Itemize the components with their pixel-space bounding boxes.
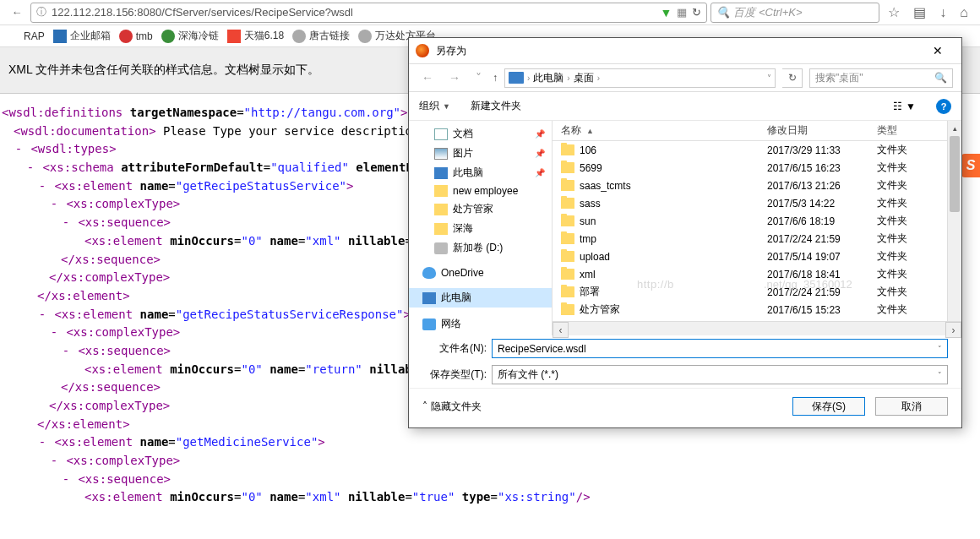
search-input[interactable]: 🔍 百度 <Ctrl+K> [710,3,879,23]
folder-icon [561,215,574,226]
hide-folders-toggle[interactable]: ˄ 隐藏文件夹 [422,400,482,414]
reload-icon[interactable]: ↻ [692,6,701,19]
tree-toggle[interactable]: - [61,214,71,232]
search-icon: 🔍 [934,72,947,84]
nav-forward-icon[interactable]: → [444,71,465,84]
navigation-pane: 文档📌图片📌此电脑📌new employee处方管家深海新加卷 (D:)OneD… [409,121,553,335]
file-row[interactable]: tmp2017/2/24 21:59文件夹 [553,230,961,248]
bookmark-item[interactable]: RAP [7,30,45,43]
nav-up-icon[interactable]: ↑ [493,72,498,84]
chevron-up-icon: ˄ [422,400,427,412]
organize-button[interactable]: 组织▼ [419,99,450,113]
tree-toggle[interactable]: - [49,324,59,342]
folder-search-input[interactable]: 搜索"桌面" 🔍 [809,68,953,88]
bookmark-item[interactable]: tmb [119,30,153,43]
firefox-icon [416,44,429,57]
xml-line: <xs:element minOccurs="0" name="xml" nil… [2,488,978,507]
file-row[interactable]: xml2017/6/18 18:41文件夹 [553,265,961,283]
nav-item[interactable]: 此电脑 [409,288,552,308]
search-icon: 🔍 [716,6,730,19]
nav-item[interactable]: 图片📌 [409,144,552,163]
nav-item[interactable]: 文档📌 [409,124,552,144]
filename-row: 文件名(N): RecipeService.wsdl ˅ [409,335,961,362]
pc-icon [509,72,524,84]
file-row[interactable]: sass2017/5/3 14:22文件夹 [553,194,961,212]
folder-icon [561,198,574,209]
dialog-navigation-bar: ← → ˅ ↑ › 此电脑 › 桌面 › ˅ ↻ 搜索"桌面" 🔍 [409,63,961,92]
download-icon[interactable]: ↓ [934,5,951,20]
sogou-badge[interactable]: S [961,154,980,177]
file-row[interactable]: sun2017/6/6 18:19文件夹 [553,212,961,230]
bookmark-item[interactable]: 唐古链接 [292,29,350,43]
url-text: 122.112.218.156:8080/CfServer/services/R… [52,6,655,19]
chevron-down-icon[interactable]: ˅ [938,345,942,353]
bookmark-star-icon[interactable]: ☆ [883,4,905,20]
nav-item[interactable]: 深海 [409,219,552,238]
bookmark-item[interactable]: 企业邮箱 [53,29,111,43]
dropdown-icon[interactable]: ˅ [471,71,486,84]
tree-toggle[interactable]: - [14,140,24,159]
qr-icon[interactable]: ▦ [677,6,687,19]
tree-toggle[interactable]: - [37,177,47,196]
xml-line: - <xs:complexType> [2,452,978,471]
folder-icon [561,269,574,280]
tree-toggle[interactable]: - [25,159,35,177]
xml-line: - <xs:element name="getMedicineService"> [2,433,978,452]
new-folder-button[interactable]: 新建文件夹 [471,99,521,113]
save-button[interactable]: 保存(S) [792,397,865,416]
tree-toggle[interactable]: - [37,433,47,452]
xml-line: - <xs:sequence> [2,471,978,489]
filetype-select[interactable]: 所有文件 (*.*) ˅ [492,365,948,384]
file-list[interactable]: http://b .net/qq_35160012 1062017/3/29 1… [553,141,961,321]
file-row[interactable]: upload2017/5/14 19:07文件夹 [553,248,961,265]
filetype-row: 保存类型(T): 所有文件 (*.*) ˅ [409,362,961,388]
bookmark-item[interactable]: 深海冷链 [161,29,219,43]
dialog-toolbar: 组织▼ 新建文件夹 ☷▼ ? [409,92,961,121]
nav-item[interactable]: 网络 [409,314,552,334]
folder-icon [561,286,574,297]
nav-item[interactable]: 此电脑📌 [409,163,552,182]
folder-icon [561,251,574,262]
folder-icon [561,304,574,315]
nav-item[interactable]: 处方管家 [409,199,552,219]
chevron-down-icon[interactable]: ˅ [938,371,942,379]
refresh-button[interactable]: ↻ [782,68,803,88]
horizontal-scrollbar[interactable] [553,321,961,335]
view-button[interactable]: ☷▼ [893,101,916,112]
bookmark-item[interactable]: 天猫6.18 [227,29,284,43]
file-row[interactable]: 处方管家2017/6/15 15:23文件夹 [553,301,961,318]
library-icon[interactable]: ▤ [908,4,931,20]
tree-toggle[interactable]: - [49,452,59,471]
file-row[interactable]: saas_tcmts2017/6/13 21:26文件夹 [553,177,961,194]
folder-icon [561,162,574,173]
tree-toggle[interactable]: - [61,471,71,489]
tree-toggle[interactable]: - [37,306,47,324]
tree-toggle[interactable]: - [61,342,71,361]
nav-back-icon[interactable]: ← [417,71,438,84]
folder-icon [561,180,574,191]
filename-input[interactable]: RecipeService.wsdl ˅ [492,339,948,358]
path-breadcrumb[interactable]: › 此电脑 › 桌面 › ˅ [504,68,776,88]
vertical-scrollbar[interactable] [947,121,961,321]
nav-item[interactable]: OneDrive [409,264,552,281]
shield-icon[interactable]: ▼ [660,6,672,19]
nav-item[interactable]: new employee [409,182,552,199]
url-input[interactable]: ⓘ 122.112.218.156:8080/CfServer/services… [30,3,707,23]
nav-item[interactable]: 新加卷 (D:) [409,238,552,258]
close-button[interactable]: ✕ [921,39,955,63]
file-row[interactable]: 56992017/6/15 16:23文件夹 [553,159,961,177]
browser-address-bar: ← ⓘ 122.112.218.156:8080/CfServer/servic… [0,0,980,25]
info-icon: ⓘ [36,5,46,19]
dialog-titlebar: 另存为 ✕ [409,38,961,63]
folder-icon [561,144,574,155]
help-icon[interactable]: ? [936,99,951,114]
file-row[interactable]: 部署2017/2/24 21:59文件夹 [553,283,961,301]
tree-toggle[interactable]: - [49,195,59,214]
file-list-pane: 名称▲ 修改日期 类型 http://b .net/qq_35160012 10… [553,121,961,335]
folder-icon [561,233,574,244]
file-row[interactable]: 1062017/3/29 11:33文件夹 [553,141,961,159]
home-icon[interactable]: ⌂ [955,5,973,20]
cancel-button[interactable]: 取消 [875,397,948,416]
column-headers[interactable]: 名称▲ 修改日期 类型 [553,121,961,141]
back-button[interactable]: ← [7,3,27,23]
